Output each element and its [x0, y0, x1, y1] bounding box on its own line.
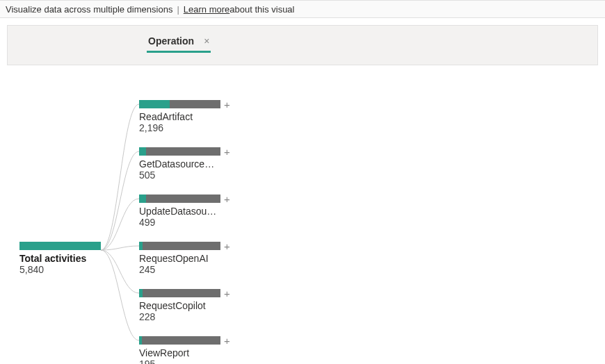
leaf-bar — [139, 195, 220, 203]
expand-icon[interactable]: + — [224, 99, 230, 110]
dimension-chip[interactable]: Operation × — [147, 35, 211, 53]
leaf-bar — [139, 289, 220, 297]
leaf-value: 195 — [139, 358, 243, 364]
leaf-label: ReadArtifact — [139, 111, 228, 122]
leaf-node[interactable]: + GetDatasource… 505 — [139, 147, 243, 181]
learn-more-link[interactable]: Learn more — [184, 4, 229, 15]
root-bar — [19, 242, 101, 250]
connector-lines — [0, 69, 605, 364]
leaf-value: 505 — [139, 169, 243, 181]
banner-separator: | — [177, 4, 179, 15]
leaf-label: UpdateDatasou… — [139, 206, 228, 217]
leaf-label: RequestOpenAI — [139, 253, 228, 264]
leaf-bar — [139, 242, 220, 250]
dimension-chip-label: Operation — [148, 35, 194, 47]
tree-canvas: Total activities 5,840 + ReadArtifact 2,… — [0, 69, 605, 364]
leaf-bar — [139, 336, 220, 345]
expand-icon[interactable]: + — [224, 288, 230, 299]
expand-icon[interactable]: + — [224, 193, 230, 205]
leaf-node[interactable]: + ViewReport 195 — [139, 336, 243, 364]
leaf-label: RequestCopilot — [139, 300, 228, 311]
leaf-node[interactable]: + RequestCopilot 228 — [139, 289, 243, 322]
expand-icon[interactable]: + — [224, 335, 230, 347]
banner-trail: about this visual — [229, 4, 294, 15]
root-label: Total activities — [19, 253, 110, 264]
leaf-node[interactable]: + ReadArtifact 2,196 — [139, 100, 243, 133]
leaf-label: GetDatasource… — [139, 158, 228, 169]
leaf-label: ViewReport — [139, 347, 228, 358]
remove-dimension-icon[interactable]: × — [204, 35, 209, 47]
leaf-value: 2,196 — [139, 122, 243, 133]
leaf-bar — [139, 100, 220, 108]
leaf-value: 499 — [139, 217, 243, 228]
leaf-value: 228 — [139, 311, 243, 322]
expand-icon[interactable]: + — [224, 146, 230, 158]
banner-lead: Visualize data across multiple dimension… — [6, 4, 172, 15]
info-banner: Visualize data across multiple dimension… — [0, 0, 605, 18]
leaf-bar — [139, 147, 220, 156]
root-node[interactable]: Total activities 5,840 — [19, 242, 110, 275]
leaf-node[interactable]: + RequestOpenAI 245 — [139, 242, 243, 275]
grouping-strip: Operation × — [7, 25, 598, 65]
root-value: 5,840 — [19, 264, 110, 275]
leaf-value: 245 — [139, 264, 243, 275]
expand-icon[interactable]: + — [224, 240, 230, 252]
leaf-node[interactable]: + UpdateDatasou… 499 — [139, 195, 243, 228]
